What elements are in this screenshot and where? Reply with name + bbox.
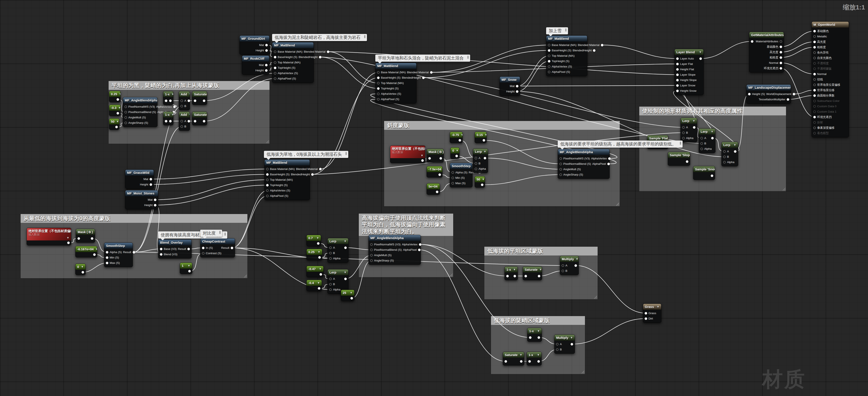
node-header[interactable]: MF_AngleBlendAlpha [123,97,157,103]
output-pin[interactable] [318,256,321,259]
node-header[interactable]: -0.4▼ [307,280,322,286]
input-pin[interactable] [529,336,531,339]
output-pin[interactable] [438,173,441,176]
input-pin[interactable] [813,105,816,108]
node-c015[interactable]: 0.15▼ [475,132,487,143]
input-pin[interactable] [676,63,679,65]
dropdown-icon[interactable]: ▼ [709,130,713,133]
input-pin[interactable] [160,253,162,256]
node-inv5[interactable]: 1-x▼ [527,352,541,366]
dropdown-icon[interactable]: ▼ [441,168,442,171]
dropdown-icon[interactable]: ▼ [655,305,659,308]
comment-bubble[interactable]: 对比度 [200,230,222,237]
node-header[interactable]: MF_MatBlend [375,63,416,69]
input-pin[interactable] [813,67,816,70]
input-pin[interactable] [723,161,726,164]
input-pin[interactable] [701,142,703,145]
node-cc[interactable]: CheapContrastIn (S)ResultContrast (S) [200,238,235,257]
comment-title[interactable]: 低海拔的平坦区域蒙版 [484,247,598,255]
output-pin[interactable] [793,93,795,95]
pushpin-icon[interactable] [364,35,365,38]
output-pin[interactable] [265,44,268,47]
output-pin[interactable] [117,112,119,115]
node-header[interactable]: Blend_Overlay [158,239,191,245]
comment-resize-handle[interactable] [616,203,619,206]
output-pin[interactable] [344,278,347,280]
input-pin[interactable] [548,71,550,73]
input-pin[interactable] [202,252,205,255]
wire[interactable] [781,63,814,74]
node-header[interactable]: Sample 'Flat'▼ [647,135,668,141]
input-pin[interactable] [160,248,162,250]
input-pin[interactable] [559,163,562,165]
input-pin[interactable] [813,89,816,91]
dropdown-icon[interactable]: ▼ [170,113,173,116]
wire[interactable] [517,86,677,86]
node-header[interactable]: 50▼ [109,119,119,124]
input-pin[interactable] [813,51,816,54]
node-cm075[interactable]: -0.75▼ [450,132,463,143]
output-pin[interactable] [133,251,135,254]
input-pin[interactable] [124,122,127,124]
input-pin[interactable] [165,100,167,102]
node-cm04[interactable]: -0.4▼ [306,280,322,291]
input-pin[interactable] [682,126,685,129]
output-pin[interactable] [520,360,523,363]
output-pin[interactable] [169,100,172,102]
node-rc[interactable]: MF_RcokCliffMatHeight [242,55,269,75]
dropdown-icon[interactable]: ▼ [94,248,97,251]
input-pin[interactable] [813,116,816,118]
output-pin[interactable] [319,56,321,58]
output-pin[interactable] [516,85,519,87]
node-mul1[interactable]: Multiply▼AB [560,256,579,275]
input-pin[interactable] [748,93,751,95]
input-pin[interactable] [377,93,380,95]
input-pin[interactable] [548,55,550,57]
input-pin[interactable] [813,94,816,97]
output-pin[interactable] [231,247,233,249]
comment-title[interactable]: 从最低的海拔到海拔为0的高度蒙版 [21,214,247,223]
node-header[interactable]: 0.25▼ [307,249,322,255]
input-pin[interactable] [813,110,816,113]
output-pin[interactable] [421,159,424,162]
wire[interactable] [151,169,267,179]
output-pin[interactable] [686,160,688,163]
output-pin[interactable] [780,46,782,48]
output-pin[interactable] [607,163,610,165]
output-pin[interactable] [436,191,438,193]
node-header[interactable]: Layer Blend▼ [675,49,704,55]
node-mb2[interactable]: MF_MatBlendBase Material (MA)Blended Mat… [375,63,416,103]
node-l2[interactable]: Lerp▼ABAlpha [699,129,715,153]
node-awp2[interactable]: 绝对世界位置（不包括材质偏移）输入数据▼ [27,228,71,245]
output-pin[interactable] [780,56,782,59]
input-pin[interactable] [562,270,564,272]
input-pin[interactable] [266,189,269,192]
node-header[interactable]: CheapContrast [200,238,235,244]
output-pin[interactable] [418,249,421,251]
wire[interactable] [517,56,549,86]
input-pin[interactable] [645,317,647,320]
output-pin[interactable] [150,178,152,180]
node-gma[interactable]: GetMaterialAttributes▼MaterialAttributes… [749,32,784,73]
node-c0a[interactable]: 0▼ [451,147,459,159]
input-pin[interactable] [165,120,167,122]
node-header[interactable]: Saturate▼ [503,352,524,358]
output-pin[interactable] [422,77,425,79]
node-header[interactable]: MF_MatBlend [272,42,313,48]
wire[interactable] [155,185,267,205]
node-header[interactable]: 绝对世界位置（不包括材质偏移）输入数据▼ [27,228,71,241]
input-pin[interactable] [506,275,509,277]
input-pin[interactable] [701,137,703,139]
input-pin[interactable] [106,256,108,259]
pushpin-icon[interactable] [680,142,681,145]
node-header[interactable]: 50▼ [475,176,485,182]
comment-bubble[interactable]: 平坦为草地和石头混合，陡峭为岩石泥土混合 [375,55,470,62]
input-pin[interactable] [452,182,454,185]
node-header[interactable]: -6.167e+04▼ [75,246,97,252]
pushpin-icon[interactable] [346,152,346,155]
wire[interactable] [781,47,814,58]
output-pin[interactable] [154,204,156,206]
input-pin[interactable] [548,44,550,47]
node-header[interactable]: 1-x▼ [527,328,541,334]
node-c50a[interactable]: 50▼ [109,118,119,130]
